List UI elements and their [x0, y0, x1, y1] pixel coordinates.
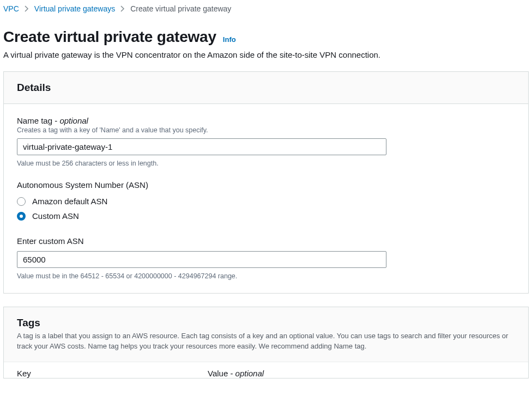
details-panel: Details Name tag - optional Creates a ta…: [3, 71, 529, 294]
breadcrumb-current: Create virtual private gateway: [130, 4, 231, 13]
tags-col-value: Value - optional: [208, 369, 264, 378]
details-panel-title: Details: [17, 82, 515, 94]
tags-columns-header: Key Value - optional: [4, 362, 528, 378]
tags-panel-title: Tags: [17, 317, 515, 329]
custom-asn-constraint: Value must be in the 64512 - 65534 or 42…: [17, 272, 515, 280]
breadcrumb-vpc[interactable]: VPC: [3, 4, 19, 13]
breadcrumb: VPC Virtual private gateways Create virt…: [3, 3, 529, 16]
tags-panel-description: A tag is a label that you assign to an A…: [17, 331, 515, 352]
custom-asn-field: Enter custom ASN Value must be in the 64…: [17, 236, 515, 280]
tags-col-value-text: Value -: [208, 369, 235, 378]
tags-col-key: Key: [17, 369, 208, 378]
name-tag-help: Creates a tag with a key of 'Name' and a…: [17, 126, 515, 134]
name-tag-field: Name tag - optional Creates a tag with a…: [17, 116, 515, 167]
tags-col-value-optional: optional: [235, 369, 264, 378]
tags-panel: Tags A tag is a label that you assign to…: [3, 307, 529, 379]
asn-radio-custom[interactable]: Custom ASN: [17, 209, 515, 223]
custom-asn-label: Enter custom ASN: [17, 236, 515, 246]
asn-field: Autonomous System Number (ASN) Amazon de…: [17, 180, 515, 223]
name-tag-label: Name tag - optional: [17, 116, 515, 125]
asn-radio-custom-label: Custom ASN: [32, 211, 79, 221]
name-tag-input[interactable]: [17, 138, 386, 155]
asn-radio-amazon-default[interactable]: Amazon default ASN: [17, 194, 515, 209]
name-tag-label-text: Name tag -: [17, 116, 59, 125]
breadcrumb-virtual-private-gateways[interactable]: Virtual private gateways: [34, 4, 115, 13]
name-tag-label-optional: optional: [59, 116, 88, 125]
info-link[interactable]: Info: [223, 35, 236, 44]
custom-asn-input[interactable]: [17, 251, 386, 268]
asn-label: Autonomous System Number (ASN): [17, 180, 515, 190]
chevron-right-icon: [25, 5, 29, 12]
name-tag-constraint: Value must be 256 characters or less in …: [17, 160, 515, 167]
page-title: Create virtual private gateway: [3, 28, 216, 46]
chevron-right-icon: [120, 5, 125, 12]
radio-checked-icon: [17, 212, 26, 221]
page-description: A virtual private gateway is the VPN con…: [3, 50, 529, 59]
radio-unchecked-icon: [17, 197, 26, 206]
asn-radio-amazon-default-label: Amazon default ASN: [32, 197, 107, 206]
